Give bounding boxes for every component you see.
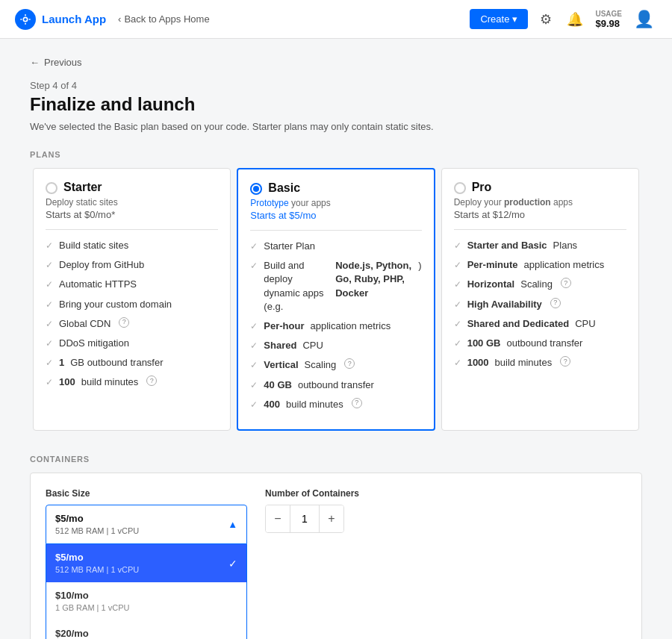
arrow-left-icon: ←	[30, 57, 40, 68]
header-right: Create ▾ ⚙ 🔔 USAGE $9.98 👤	[470, 7, 657, 32]
check-icon: ✓	[454, 337, 461, 350]
check-icon: ✓	[46, 259, 53, 272]
chevron-up-icon: ▲	[228, 519, 237, 530]
check-icon: ✓	[250, 240, 258, 253]
feature-item: ✓Per-hour application metrics	[250, 320, 421, 333]
decrement-button[interactable]: −	[266, 505, 290, 532]
help-icon[interactable]: ?	[561, 278, 571, 288]
plan-starter-radio[interactable]	[46, 182, 57, 194]
containers-section-label: CONTAINERS	[30, 455, 642, 464]
help-icon[interactable]: ?	[146, 375, 157, 386]
feature-item: ✓100 build minutes ?	[46, 375, 218, 389]
svg-point-0	[23, 17, 27, 21]
plan-basic-name: Basic	[268, 181, 300, 195]
containers-section: Basic Size $5/mo 512 MB RAM | 1 vCPU ▲ $…	[30, 473, 642, 639]
feature-item: ✓Deploy from GitHub	[46, 258, 218, 272]
plan-starter-name: Starter	[63, 181, 102, 194]
plan-pro-header: Pro	[454, 181, 626, 194]
page-title: Finalize and launch	[30, 94, 642, 115]
check-icon: ✓	[454, 240, 461, 252]
check-icon: ✓	[250, 320, 258, 333]
dropdown-item-text: $20/mo 2 GB RAM | 1 vCPU	[55, 628, 129, 639]
check-icon: ✓	[454, 259, 461, 272]
plan-pro-price: Starts at $12/mo	[454, 209, 626, 220]
feature-item: ✓Build static sites	[46, 239, 218, 252]
dropdown-option-2[interactable]: $10/mo 1 GB RAM | 1 vCPU	[46, 582, 246, 620]
plan-basic-features: ✓Starter Plan ✓Build and deploy dynamic …	[250, 240, 421, 411]
plan-pro-name: Pro	[472, 181, 492, 194]
feature-item: ✓Bring your custom domain	[46, 298, 218, 311]
previous-link[interactable]: ← Previous	[30, 57, 642, 68]
plan-pro-tagline: Deploy your production apps	[454, 197, 626, 208]
feature-item: ✓Starter Plan	[250, 240, 421, 253]
plans-grid: Starter Deploy static sites Starts at $0…	[30, 168, 642, 431]
plan-pro-radio[interactable]	[454, 182, 466, 194]
plan-basic-radio[interactable]	[250, 183, 262, 195]
usage-display: USAGE $9.98	[595, 10, 622, 29]
plan-pro-features: ✓Starter and Basic Plans ✓Per-minute app…	[454, 239, 626, 370]
feature-item: ✓1000 build minutes ?	[454, 356, 626, 370]
plan-card-pro[interactable]: Pro Deploy your production apps Starts a…	[441, 168, 639, 431]
check-icon: ✓	[46, 357, 53, 370]
feature-item: ✓High Availability ?	[454, 298, 626, 311]
notifications-icon-button[interactable]: 🔔	[564, 8, 586, 31]
back-link[interactable]: ‹ Back to Apps Home	[118, 13, 210, 25]
dropdown-item-text: $5/mo 512 MB RAM | 1 vCPU	[55, 552, 139, 575]
dropdown-item-sub: 512 MB RAM | 1 vCPU	[55, 564, 139, 575]
dropdown-item-price: $20/mo	[55, 628, 129, 639]
usage-amount: $9.98	[595, 18, 622, 29]
chevron-down-icon: ▾	[512, 13, 517, 25]
containers-count-label: Number of Containers	[265, 488, 626, 499]
check-icon: ✓	[454, 318, 461, 331]
previous-label: Previous	[44, 57, 82, 68]
plan-basic-header: Basic	[250, 181, 421, 195]
plan-card-starter[interactable]: Starter Deploy static sites Starts at $0…	[33, 168, 231, 431]
container-count-input[interactable]	[290, 505, 320, 532]
plans-section-label: PLANS	[30, 150, 642, 159]
create-button[interactable]: Create ▾	[470, 9, 528, 29]
size-field-label: Basic Size	[46, 488, 247, 499]
check-icon: ✓	[454, 357, 461, 370]
help-icon[interactable]: ?	[344, 358, 355, 369]
increment-button[interactable]: +	[320, 505, 343, 532]
main-content: ← Previous Step 4 of 4 Finalize and laun…	[0, 39, 672, 639]
plan-starter-header: Starter	[46, 181, 218, 194]
dropdown-option-1[interactable]: $5/mo 512 MB RAM | 1 vCPU ✓	[46, 544, 246, 582]
help-icon[interactable]: ?	[119, 317, 129, 328]
dropdown-item-price: $10/mo	[55, 590, 129, 602]
dropdown-selected-specs: 512 MB RAM | 1 vCPU	[55, 526, 139, 536]
chevron-left-icon: ‹	[118, 13, 121, 25]
check-icon: ✓	[454, 299, 461, 311]
header: Launch App ‹ Back to Apps Home Create ▾ …	[0, 0, 672, 39]
dropdown-selected-price: $5/mo	[55, 513, 139, 526]
feature-item: ✓100 GB outbound transfer	[454, 337, 626, 350]
plan-card-basic[interactable]: Basic Prototype your apps Starts at $5/m…	[237, 168, 435, 431]
check-icon: ✓	[46, 376, 53, 389]
feature-item: ✓Shared and Dedicated CPU	[454, 317, 626, 331]
size-dropdown[interactable]: $5/mo 512 MB RAM | 1 vCPU ▲ $5/mo 512 MB…	[46, 505, 247, 639]
check-icon: ✓	[250, 340, 258, 352]
feature-item: ✓400 build minutes ?	[250, 398, 421, 411]
help-icon[interactable]: ?	[550, 298, 561, 308]
dropdown-trigger-text: $5/mo 512 MB RAM | 1 vCPU	[55, 513, 139, 536]
settings-icon-button[interactable]: ⚙	[537, 8, 555, 31]
dropdown-item-text: $10/mo 1 GB RAM | 1 vCPU	[55, 590, 129, 613]
create-btn-label: Create	[480, 13, 509, 25]
feature-item: ✓Shared CPU	[250, 339, 421, 352]
avatar-button[interactable]: 👤	[631, 7, 657, 32]
help-icon[interactable]: ?	[560, 356, 570, 367]
feature-item: ✓Starter and Basic Plans	[454, 239, 626, 252]
page-subtitle: We've selected the Basic plan based on y…	[30, 121, 642, 132]
check-icon: ✓	[46, 240, 53, 252]
usage-label: USAGE	[595, 10, 622, 18]
header-left: Launch App ‹ Back to Apps Home	[15, 9, 210, 30]
check-icon: ✓	[250, 260, 258, 272]
dropdown-option-3[interactable]: $20/mo 2 GB RAM | 1 vCPU	[46, 620, 246, 639]
dropdown-trigger[interactable]: $5/mo 512 MB RAM | 1 vCPU ▲	[46, 505, 247, 544]
app-logo: Launch App	[15, 9, 106, 30]
feature-item: ✓Global CDN ?	[46, 317, 218, 331]
check-icon: ✓	[250, 379, 258, 392]
feature-item: ✓Vertical Scaling ?	[250, 358, 421, 372]
feature-item: ✓Build and deploy dynamic apps (e.g. Nod…	[250, 259, 421, 314]
help-icon[interactable]: ?	[352, 398, 362, 408]
